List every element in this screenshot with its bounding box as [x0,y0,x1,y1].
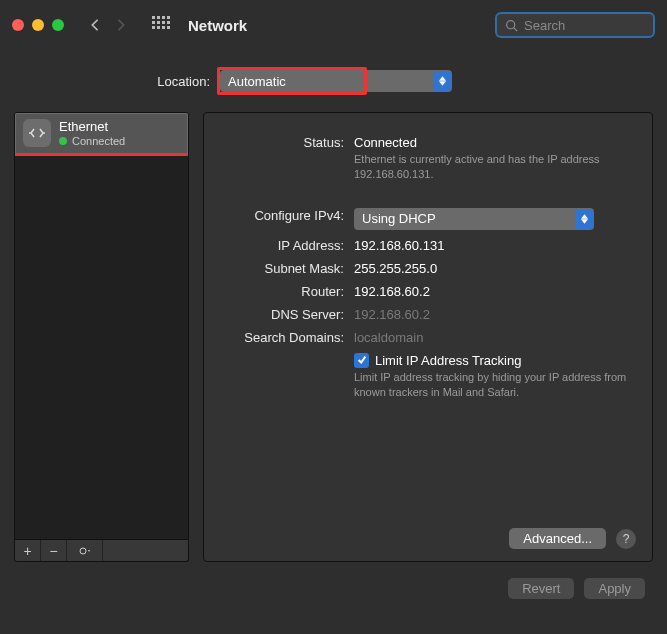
configure-ipv4-select[interactable]: Using DHCP [354,208,594,230]
svg-point-0 [507,20,515,28]
search-domains-label: Search Domains: [214,330,354,345]
detail-pane: Status: Connected Ethernet is currently … [203,112,653,562]
limit-ip-tracking-label: Limit IP Address Tracking [375,353,521,368]
gear-dropdown-icon [79,546,91,556]
remove-service-button[interactable]: − [41,540,67,561]
service-item-ethernet[interactable]: Ethernet Connected [15,113,188,154]
search-field[interactable]: Search [495,12,655,38]
show-all-icon[interactable] [152,16,170,34]
status-label: Status: [214,135,354,150]
status-dot-icon [59,137,67,145]
chevron-updown-icon [433,71,451,91]
status-value: Connected [354,135,636,150]
subnet-mask-label: Subnet Mask: [214,261,354,276]
dns-server-label: DNS Server: [214,307,354,322]
advanced-button[interactable]: Advanced... [509,528,606,549]
ip-address-label: IP Address: [214,238,354,253]
revert-button[interactable]: Revert [508,578,574,599]
limit-ip-tracking-checkbox[interactable] [354,353,369,368]
zoom-window-button[interactable] [52,19,64,31]
location-select[interactable]: Automatic [220,70,452,92]
limit-ip-tracking-subtext: Limit IP address tracking by hiding your… [354,368,636,400]
ethernet-icon [23,119,51,147]
status-subtext: Ethernet is currently active and has the… [354,150,636,182]
help-button[interactable]: ? [616,529,636,549]
svg-line-1 [514,27,517,30]
titlebar: Network Search [0,0,667,50]
location-label: Location: [0,74,220,89]
service-status: Connected [72,135,125,148]
service-sidebar: Ethernet Connected + − [14,112,189,562]
location-row: Location: Automatic [0,50,667,100]
close-window-button[interactable] [12,19,24,31]
back-button[interactable] [86,16,104,34]
service-toolbar: + − [14,540,189,562]
search-icon [505,19,518,32]
window-actions: Revert Apply [0,562,667,599]
router-label: Router: [214,284,354,299]
router-value: 192.168.60.2 [354,284,636,299]
window-title: Network [188,17,247,34]
checkmark-icon [357,355,367,365]
add-service-button[interactable]: + [15,540,41,561]
apply-button[interactable]: Apply [584,578,645,599]
service-name: Ethernet [59,119,125,135]
minimize-window-button[interactable] [32,19,44,31]
configure-ipv4-value: Using DHCP [362,211,436,226]
window-controls [12,19,64,31]
search-placeholder: Search [524,18,565,33]
search-domains-value: localdomain [354,330,636,345]
subnet-mask-value: 255.255.255.0 [354,261,636,276]
chevron-updown-icon [575,209,593,229]
location-value: Automatic [228,74,286,89]
svg-point-2 [80,548,86,554]
dns-server-value: 192.168.60.2 [354,307,636,322]
ip-address-value: 192.168.60.131 [354,238,636,253]
service-actions-button[interactable] [67,540,103,561]
configure-ipv4-label: Configure IPv4: [214,208,354,223]
forward-button[interactable] [112,16,130,34]
service-list[interactable]: Ethernet Connected [14,112,189,540]
